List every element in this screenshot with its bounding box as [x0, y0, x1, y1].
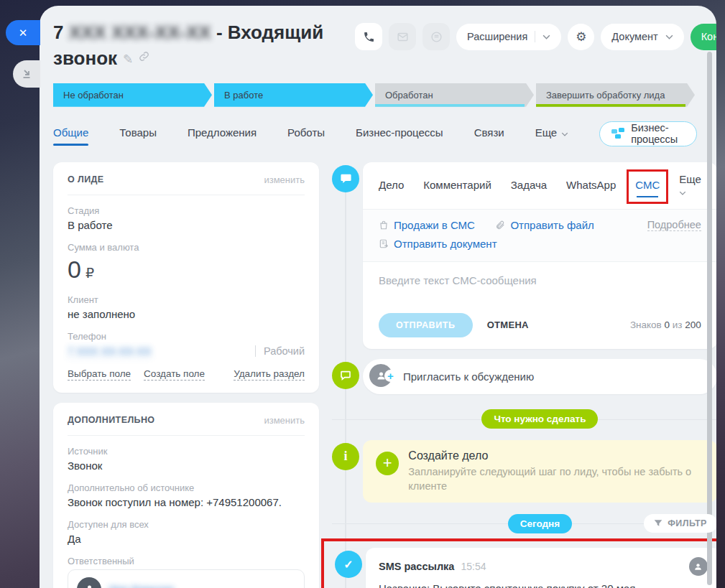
send-file-link[interactable]: Отправить файл: [495, 219, 594, 231]
entry-body: Название: Вызовите спонтанную покупку от…: [379, 582, 708, 588]
sms-sales-link[interactable]: Продажи в СМС: [379, 219, 475, 231]
tab-quotes[interactable]: Предложения: [188, 126, 257, 146]
dock-down-icon: [21, 68, 32, 80]
tab-links[interactable]: Связи: [474, 126, 504, 146]
check-icon: ✓: [343, 558, 353, 571]
phone-link[interactable]: 7 XXX XX-XX-XX: [68, 345, 152, 358]
comment-bubble-icon: [340, 370, 351, 381]
composer-tab-activity[interactable]: Дело: [379, 179, 404, 195]
composer-marker: [332, 165, 359, 192]
chat-button: [422, 23, 450, 50]
avatar: [689, 557, 708, 576]
stage-pipeline: Не обработан В работе Обработан Завершит…: [53, 83, 697, 107]
composer-tab-task[interactable]: Задача: [511, 179, 547, 195]
stage-in-progress[interactable]: В работе: [214, 83, 373, 107]
field-phone: Телефон 7 XXX XX-XX-XX Рабочий: [68, 331, 305, 358]
chevron-down-icon: [665, 34, 673, 39]
field-stage: Стадия В работе: [68, 205, 305, 231]
mail-icon: [397, 31, 409, 43]
additional-edit-link[interactable]: изменить: [264, 415, 305, 426]
hint-row: i + Создайте дело Запланируйте следующий…: [363, 440, 716, 503]
comment-bubble-icon: [340, 172, 352, 185]
responsible-name: Имя Фамилия: [108, 584, 174, 588]
chat-icon: [430, 31, 443, 43]
composer-links: Продажи в СМС Отправить файл Отправить д…: [363, 209, 716, 262]
sms-input-area: [363, 262, 716, 310]
field-responsible: Ответственный Имя Фамилия: [68, 556, 305, 588]
bag-icon: [379, 220, 389, 230]
details-link[interactable]: Подробнее: [647, 219, 701, 231]
contact-label: Контакт: [701, 31, 716, 42]
composer-tab-whatsapp[interactable]: WhatsApp: [566, 179, 616, 195]
divider: [535, 31, 535, 42]
chevron-down-icon: [561, 126, 568, 139]
responsible-user[interactable]: Имя Фамилия: [68, 569, 305, 588]
sms-text-input[interactable]: [379, 274, 701, 303]
send-button[interactable]: ОТПРАВИТЬ: [379, 313, 473, 337]
business-process-icon: [611, 128, 624, 139]
add-activity-button[interactable]: +: [376, 452, 399, 475]
blurred-phone-number: XXX XXX-XX-XX: [69, 22, 216, 43]
stage-stripe-green: [536, 104, 685, 107]
stage-finish[interactable]: Завершить обработку лида: [536, 83, 695, 107]
about-edit-link[interactable]: изменить: [264, 174, 305, 185]
composer-tab-comment[interactable]: Комментарий: [423, 179, 491, 195]
tab-more[interactable]: Еще: [535, 126, 569, 146]
delete-section-link[interactable]: Удалить раздел: [234, 368, 305, 381]
left-column: О ЛИДЕ изменить Стадия В работе Сумма и …: [53, 162, 319, 588]
document-label: Документ: [611, 31, 657, 42]
avatar: [77, 577, 101, 588]
create-activity-title[interactable]: Создайте дело: [408, 449, 704, 462]
scrollbar[interactable]: [707, 52, 712, 585]
select-field-link[interactable]: Выбрать поле: [68, 368, 131, 381]
tab-bizproc[interactable]: Бизнес-процессы: [356, 126, 443, 146]
settings-button[interactable]: ⚙: [568, 24, 594, 50]
lead-detail-panel: 7 XXX XXX-XX-XX - Входящий звонок✎ Расши…: [40, 6, 716, 588]
collapse-slider-button[interactable]: [13, 60, 40, 88]
add-person-icon: +: [369, 364, 394, 388]
about-card-title: О ЛИДЕ: [68, 174, 104, 185]
copy-link-icon[interactable]: [139, 51, 149, 67]
call-button[interactable]: [355, 23, 382, 50]
tab-products[interactable]: Товары: [119, 126, 157, 146]
field-amount: Сумма и валюта 0₽: [68, 242, 305, 284]
create-field-link[interactable]: Создать поле: [144, 368, 205, 381]
today-pill[interactable]: Сегодня: [508, 514, 572, 533]
document-dropdown[interactable]: Документ: [601, 24, 683, 50]
sms-composer-card: Дело Комментарий Задача WhatsApp СМС Еще…: [363, 162, 716, 349]
timeline-column: Дело Комментарий Задача WhatsApp СМС Еще…: [329, 162, 716, 588]
header: 7 XXX XXX-XX-XX - Входящий звонок✎ Расши…: [53, 20, 697, 72]
filter-button[interactable]: ФИЛЬТР: [644, 514, 716, 533]
email-button: [389, 23, 416, 50]
stage-stripe-cyan: [375, 104, 525, 107]
entry-title: SMS рассылка: [379, 561, 454, 572]
extensions-dropdown[interactable]: Расширения: [456, 24, 561, 50]
info-icon: i: [343, 449, 347, 464]
timeline-highlight-rectangle: ✓ SMS рассылка 15:54 Название: Вызовите …: [321, 538, 716, 588]
timeline-entry-sms[interactable]: ✓ SMS рассылка 15:54 Название: Вызовите …: [366, 548, 716, 588]
funnel-icon: [654, 519, 662, 528]
phone-type-label: Рабочий: [255, 345, 305, 357]
business-process-button[interactable]: Бизнес-процессы: [599, 121, 697, 146]
composer-tab-sms[interactable]: СМС: [635, 179, 660, 195]
contact-button[interactable]: Контакт: [691, 24, 716, 50]
char-max: 200: [685, 319, 701, 330]
stage-not-processed[interactable]: Не обработан: [53, 83, 212, 107]
composer-row: Дело Комментарий Задача WhatsApp СМС Еще…: [363, 162, 716, 349]
tab-robots[interactable]: Роботы: [287, 126, 325, 146]
about-lead-card: О ЛИДЕ изменить Стадия В работе Сумма и …: [53, 162, 319, 393]
info-marker: i: [332, 443, 359, 470]
field-client: Клиент не заполнено: [68, 294, 305, 320]
edit-title-icon[interactable]: ✎: [123, 51, 133, 67]
invite-to-discussion[interactable]: + Пригласить к обсуждению: [363, 359, 716, 394]
stage-processed[interactable]: Обработан: [375, 83, 534, 107]
cancel-button[interactable]: ОТМЕНА: [487, 319, 529, 330]
send-document-link[interactable]: Отправить документ: [379, 238, 497, 250]
check-marker: ✓: [335, 551, 362, 578]
tab-general[interactable]: Общие: [53, 126, 88, 146]
currency-symbol: ₽: [86, 265, 94, 281]
what-to-do-pill[interactable]: Что нужно сделать: [481, 409, 598, 429]
field-available: Доступен для всех Да: [68, 519, 305, 545]
close-slider-button[interactable]: ✕: [6, 20, 40, 45]
composer-tab-more[interactable]: Еще: [679, 173, 701, 201]
